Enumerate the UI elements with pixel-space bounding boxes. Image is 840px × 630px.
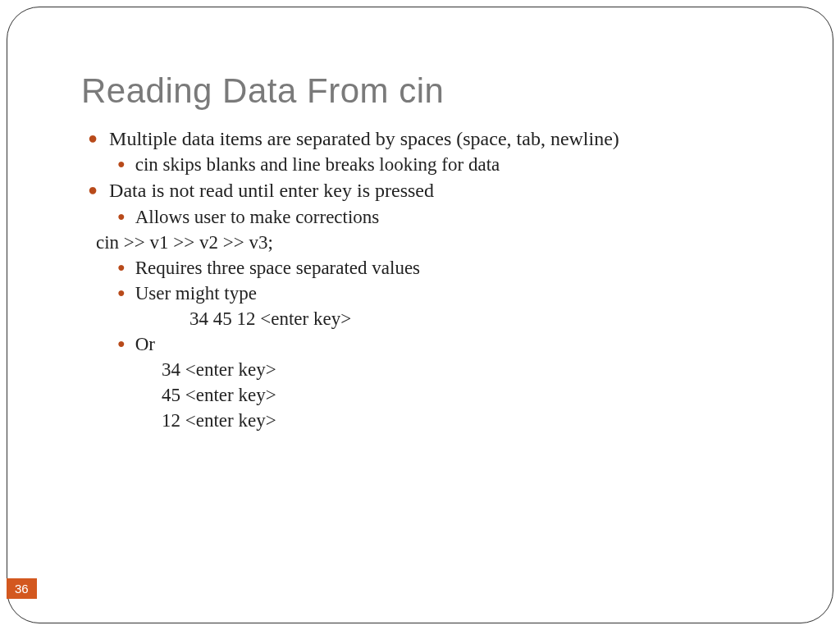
bullet-item: ● Multiple data items are separated by s…: [88, 126, 759, 152]
bullet-text: Allows user to make corrections: [135, 204, 380, 230]
bullet-dot-icon: ●: [117, 281, 126, 305]
bullet-dot-icon: ●: [117, 204, 126, 229]
bullet-dot-icon: ●: [88, 177, 98, 202]
bullet-sub-item: ● Requires three space separated values: [117, 255, 759, 281]
bullet-sub-item: ● Allows user to make corrections: [117, 204, 759, 230]
slide-content: Reading Data From cin ● Multiple data it…: [7, 7, 833, 466]
bullet-text: Multiple data items are separated by spa…: [109, 126, 619, 152]
bullet-text: Requires three space separated values: [135, 255, 420, 281]
bullet-item: ● Data is not read until enter key is pr…: [88, 177, 759, 203]
slide-frame: Reading Data From cin ● Multiple data it…: [7, 7, 833, 623]
bullet-text: Data is not read until enter key is pres…: [109, 177, 434, 203]
code-line: cin >> v1 >> v2 >> v3;: [96, 230, 759, 255]
example-line: 34 <enter key>: [162, 357, 759, 382]
bullet-dot-icon: ●: [88, 126, 98, 150]
bullet-text: Or: [135, 331, 155, 357]
example-line: 45 <enter key>: [162, 382, 759, 408]
bullet-dot-icon: ●: [117, 152, 126, 176]
bullet-sub-item: ● Or: [117, 331, 759, 357]
bullet-text: User might type: [135, 281, 257, 306]
bullet-sub-item: ● cin skips blanks and line breaks looki…: [117, 152, 759, 177]
bullet-sub-item: ● User might type: [117, 281, 759, 306]
bullet-dot-icon: ●: [117, 331, 126, 356]
example-line: 12 <enter key>: [162, 408, 759, 433]
bullet-dot-icon: ●: [117, 255, 126, 280]
slide-title: Reading Data From cin: [81, 71, 759, 111]
example-line: 34 45 12 <enter key>: [189, 306, 759, 331]
bullet-text: cin skips blanks and line breaks looking…: [135, 152, 500, 177]
page-number-badge: 36: [7, 578, 37, 599]
